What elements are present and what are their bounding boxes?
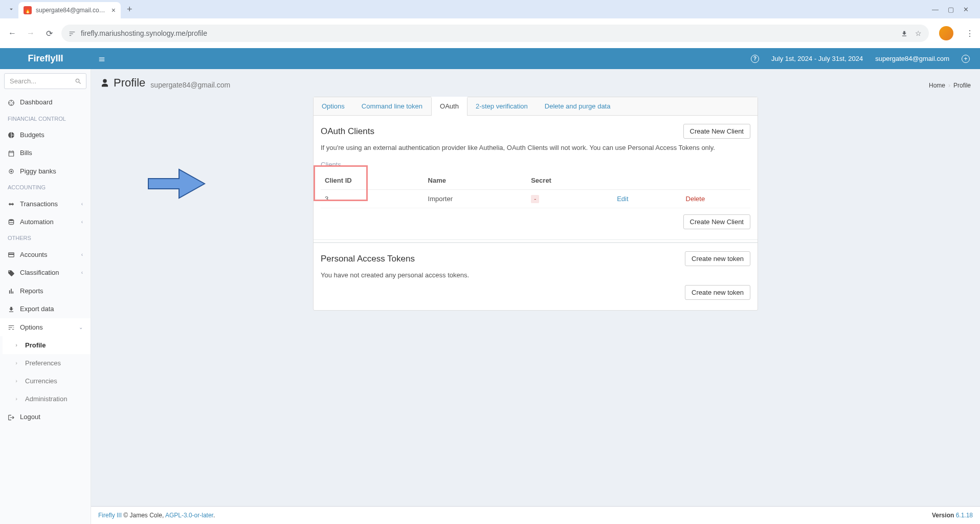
help-icon[interactable]: ? — [751, 55, 759, 63]
calendar-icon — [8, 149, 15, 157]
maximize-icon[interactable]: ▢ — [948, 6, 954, 13]
tab-twofa[interactable]: 2-step verification — [467, 97, 537, 115]
create-token-button[interactable]: Create new token — [685, 251, 750, 266]
section-financial-control: FINANCIAL CONTROL — [0, 112, 91, 126]
create-token-button-bottom[interactable]: Create new token — [685, 285, 750, 300]
create-client-button[interactable]: Create New Client — [683, 124, 751, 139]
url-bar[interactable]: firefly.mariushosting.synology.me/profil… — [61, 25, 929, 42]
sidebar-subitem-currencies[interactable]: › Currencies — [3, 372, 91, 390]
sidebar-item-automation[interactable]: Automation ‹ — [0, 213, 91, 231]
sidebar-item-logout[interactable]: Logout — [0, 408, 91, 426]
delete-link[interactable]: Delete — [686, 195, 705, 203]
content-body: Options Command line token OAuth 2-step … — [91, 97, 980, 506]
sidebar-item-piggy[interactable]: Piggy banks — [0, 162, 91, 181]
browser-tab[interactable]: 🔥 supergate84@gmail.com » Prof × — [18, 2, 121, 18]
footer-brand[interactable]: Firefly III — [98, 512, 122, 519]
sidebar-item-label: Options — [20, 323, 43, 331]
sidebar-item-label: Reports — [20, 287, 43, 295]
page-title: Profile — [100, 76, 145, 90]
app-logo[interactable]: FireflyIII — [0, 53, 91, 64]
oauth-info: If you're using an external authenticati… — [321, 144, 750, 151]
edit-link[interactable]: Edit — [617, 195, 628, 203]
chevron-right-icon: › — [13, 396, 19, 402]
version-number[interactable]: 6.1.18 — [956, 512, 973, 519]
add-icon[interactable]: + — [962, 55, 970, 63]
chevron-left-icon: ‹ — [81, 252, 83, 257]
sidebar-item-transactions[interactable]: Transactions ‹ — [0, 194, 91, 213]
sidebar-item-classification[interactable]: Classification ‹ — [0, 264, 91, 282]
tab-oauth[interactable]: OAuth — [431, 97, 467, 116]
search-box — [4, 73, 86, 89]
install-app-icon[interactable] — [901, 29, 908, 37]
bookmark-icon[interactable]: ☆ — [915, 29, 922, 37]
pie-icon — [8, 131, 15, 139]
window-controls: — ▢ ✕ — [932, 6, 976, 13]
sidebar-item-label: Budgets — [20, 131, 44, 139]
content: Profile supergate84@gmail.com Home › Pro… — [91, 69, 980, 524]
tab-close-icon[interactable]: × — [112, 6, 116, 14]
address-bar: ← → ⟳ firefly.mariushosting.synology.me/… — [0, 18, 980, 48]
tab-options[interactable]: Options — [314, 97, 353, 115]
breadcrumb-home[interactable]: Home — [929, 82, 945, 89]
tab-delete[interactable]: Delete and purge data — [537, 97, 619, 115]
card-icon — [8, 250, 15, 258]
tab-bar: 🔥 supergate84@gmail.com » Prof × + — ▢ ✕ — [0, 0, 980, 18]
chevron-left-icon: ‹ — [81, 270, 83, 275]
close-window-icon[interactable]: ✕ — [963, 6, 969, 13]
sidebar-item-accounts[interactable]: Accounts ‹ — [0, 245, 91, 264]
sidebar: Dashboard FINANCIAL CONTROL Budgets Bill… — [0, 69, 91, 524]
back-button[interactable]: ← — [6, 29, 18, 38]
search-icon — [75, 78, 82, 85]
sidebar-item-label: Bills — [20, 149, 32, 157]
minimize-icon[interactable]: — — [932, 6, 939, 13]
logout-icon — [8, 413, 15, 421]
sidebar-item-options[interactable]: Options ⌄ — [0, 318, 91, 337]
oauth-clients-title: OAuth Clients — [321, 126, 374, 137]
sidebar-subitem-profile[interactable]: › Profile — [3, 336, 91, 354]
dashboard-icon — [8, 98, 15, 106]
chevron-right-icon: › — [13, 342, 19, 348]
tags-icon — [8, 269, 15, 277]
date-range[interactable]: July 1st, 2024 - July 31st, 2024 — [771, 55, 863, 62]
sidebar-item-label: Classification — [20, 269, 59, 276]
cell-client-id: 3 — [321, 190, 424, 208]
sidebar-item-label: Profile — [25, 341, 46, 349]
svg-point-0 — [10, 171, 12, 173]
user-email[interactable]: supergate84@gmail.com — [875, 55, 949, 62]
forward-button[interactable]: → — [25, 29, 37, 38]
col-client-id: Client ID — [321, 171, 424, 190]
breadcrumb-current: Profile — [953, 82, 971, 89]
site-settings-icon[interactable] — [69, 29, 76, 37]
footer-license[interactable]: AGPL-3.0-or-later — [165, 512, 213, 519]
clients-sublabel: Clients — [321, 161, 750, 168]
chevron-right-icon: › — [13, 378, 19, 384]
sidebar-item-budgets[interactable]: Budgets — [0, 126, 91, 144]
search-button[interactable] — [70, 73, 86, 89]
section-accounting: ACCOUNTING — [0, 180, 91, 194]
sidebar-item-label: Transactions — [20, 200, 58, 208]
user-icon — [100, 78, 109, 88]
sidebar-item-export[interactable]: Export data — [0, 300, 91, 318]
header-right: ? July 1st, 2024 - July 31st, 2024 super… — [751, 55, 980, 63]
reload-button[interactable]: ⟳ — [43, 29, 55, 38]
sidebar-item-reports[interactable]: Reports — [0, 282, 91, 300]
new-tab-button[interactable]: + — [127, 4, 132, 15]
sidebar-subitem-preferences[interactable]: › Preferences — [3, 354, 91, 372]
browser-menu-icon[interactable]: ⋮ — [966, 29, 974, 38]
footer: Firefly III © James Cole, AGPL-3.0-or-la… — [91, 506, 980, 524]
sidebar-item-label: Accounts — [20, 251, 47, 258]
col-secret: Secret — [527, 171, 613, 190]
tab-favicon-icon: 🔥 — [24, 6, 32, 14]
tab-cli[interactable]: Command line token — [353, 97, 431, 115]
sidebar-subitem-administration[interactable]: › Administration — [3, 390, 91, 408]
create-client-button-bottom[interactable]: Create New Client — [683, 214, 751, 229]
cell-name: Importer — [424, 190, 527, 208]
chevron-right-icon: › — [13, 360, 19, 366]
sidebar-item-dashboard[interactable]: Dashboard — [0, 93, 91, 112]
sidebar-item-bills[interactable]: Bills — [0, 144, 91, 162]
sidebar-toggle-icon[interactable] — [91, 54, 113, 62]
url-text: firefly.mariushosting.synology.me/profil… — [81, 29, 896, 37]
sidebar-item-label: Automation — [20, 218, 54, 226]
profile-avatar[interactable] — [939, 26, 953, 40]
tab-dropdown-icon[interactable] — [6, 4, 16, 14]
